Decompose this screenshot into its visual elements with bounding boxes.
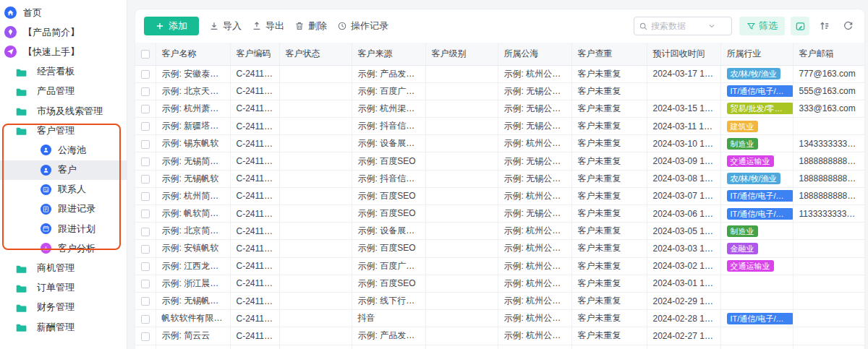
row-checkbox-cell[interactable] — [135, 310, 156, 327]
column-header-recycle[interactable]: 预计回收时间 — [647, 43, 720, 65]
table-row[interactable]: 示例: 北京天诚软件...C-241126-1...示例: 百度广告-SEM示例… — [135, 82, 865, 100]
delete-button[interactable]: 删除 — [294, 17, 327, 35]
table-row[interactable]: 示例: 杭州简道云C-241126-1...示例: 百度SEO示例: 杭州公海池… — [135, 187, 865, 204]
row-checkbox[interactable] — [141, 105, 150, 113]
column-settings-button[interactable] — [817, 18, 833, 34]
cell-dup: 客户未重复 — [571, 292, 647, 309]
sidebar-item-客户管理[interactable]: 客户管理 — [0, 121, 127, 140]
export-button[interactable]: 导出 — [252, 17, 284, 35]
column-header-pool[interactable]: 所属公海 — [498, 43, 571, 65]
table-row[interactable]: 示例: 江西龙翔科技...C-241126-1...示例: 百度广告-SEM示例… — [135, 257, 865, 275]
row-checkbox[interactable] — [141, 210, 150, 218]
sidebar-item-经营看板[interactable]: 经营看板 — [0, 62, 127, 82]
column-header-source[interactable]: 客户来源 — [352, 43, 425, 65]
table-row[interactable]: 帆软软件有限公司C-241126-1...抖音示例: 杭州公海池客户未重复202… — [135, 310, 865, 327]
search-input[interactable] — [651, 21, 705, 31]
row-checkbox-cell[interactable] — [135, 205, 156, 223]
table-row[interactable]: 示例: 新疆塔克水果...C-241126-1...示例: 抖音信息流示例: 无… — [135, 118, 865, 135]
row-checkbox[interactable] — [141, 122, 150, 131]
row-checkbox[interactable] — [141, 87, 150, 96]
table-row[interactable]: 示例: 无锡简道云C-241126-1...示例: 百度SEO示例: 无锡公海池… — [135, 152, 865, 170]
sidebar-item-首页[interactable]: 首页 — [0, 3, 127, 22]
toolbar: 添加 导入 导出 删除 操作记录 — [135, 9, 864, 43]
report-button[interactable] — [791, 17, 809, 35]
row-checkbox[interactable] — [141, 175, 150, 184]
select-all-checkbox-cell[interactable] — [135, 43, 156, 65]
row-checkbox[interactable] — [141, 158, 150, 166]
row-checkbox[interactable] — [141, 332, 150, 341]
row-checkbox-cell[interactable] — [135, 345, 156, 349]
table-row[interactable]: 示例: 安徽泰乐集团C-241126-1...示例: 产品发布会直...示例: … — [135, 65, 865, 82]
row-checkbox[interactable] — [141, 315, 150, 324]
refresh-button[interactable] — [840, 18, 856, 34]
sidebar-item-【快速上手】[interactable]: 【快速上手】 — [0, 42, 127, 61]
table-row[interactable]: 示例: 安镇帆软C-241126-1...示例: 百度SEO示例: 杭州公海池客… — [135, 240, 865, 257]
cell-recycle: 2024-03-06 16:36:56 — [647, 205, 720, 223]
row-checkbox-cell[interactable] — [135, 170, 156, 187]
column-header-code[interactable]: 客户编码 — [230, 43, 279, 65]
row-checkbox[interactable] — [141, 262, 150, 271]
sidebar-item-商机管理[interactable]: 商机管理 — [0, 258, 127, 277]
sidebar-item-跟进记录[interactable]: 跟进记录 — [0, 199, 127, 219]
row-checkbox-cell[interactable] — [135, 82, 156, 100]
table-row[interactable]: 示例: 浙江晨光文具...C-241126-1...示例: 百度SEO示例: 杭… — [135, 275, 865, 292]
row-checkbox[interactable] — [141, 245, 150, 254]
table-row-partial[interactable] — [135, 345, 865, 349]
row-checkbox-cell[interactable] — [135, 257, 156, 275]
column-header-email[interactable]: 客户邮箱 — [793, 43, 865, 65]
table-row[interactable]: 示例: 简云云C-241126-1...示例: 产品发布会直...示例: 杭州公… — [135, 327, 865, 345]
row-checkbox[interactable] — [141, 228, 150, 236]
row-checkbox-cell[interactable] — [135, 327, 156, 345]
sidebar-nav: 首页【产品简介】【快速上手】经营看板产品管理市场及线索管理客户管理公海池客户联系… — [0, 0, 127, 349]
row-checkbox-cell[interactable] — [135, 152, 156, 170]
column-header-status[interactable]: 客户状态 — [279, 43, 352, 65]
user-icon — [41, 145, 51, 155]
row-checkbox[interactable] — [141, 192, 150, 201]
row-checkbox-cell[interactable] — [135, 65, 156, 82]
chevron-down-icon[interactable] — [707, 22, 716, 30]
sidebar-item-跟进计划[interactable]: 跟进计划 — [0, 219, 127, 238]
select-all-checkbox[interactable] — [141, 50, 150, 59]
row-checkbox-cell[interactable] — [135, 118, 156, 135]
sidebar-item-薪酬管理[interactable]: 薪酬管理 — [0, 317, 127, 337]
import-button[interactable]: 导入 — [209, 17, 242, 35]
sidebar-item-产品管理[interactable]: 产品管理 — [0, 82, 127, 101]
row-checkbox[interactable] — [141, 280, 150, 288]
column-header-industry[interactable]: 所属行业 — [720, 43, 793, 65]
column-header-name[interactable]: 客户名称 — [156, 43, 230, 65]
table-row[interactable]: 示例: 杭州萧山国际...C-241126-1...示例: 杭州渠道商合...示… — [135, 100, 865, 117]
sidebar-item-市场及线索管理[interactable]: 市场及线索管理 — [0, 101, 127, 121]
table-row[interactable]: 示例: 帆软简道云C-241126-1...示例: 百度SEO示例: 无锡公海池… — [135, 205, 865, 223]
search-box[interactable] — [634, 17, 732, 35]
row-checkbox-cell[interactable] — [135, 187, 156, 204]
table-row[interactable]: 示例: 锡东帆软C-241126-1...示例: 设备展览促销...示例: 杭州… — [135, 135, 865, 152]
row-checkbox-cell[interactable] — [135, 240, 156, 257]
add-button[interactable]: 添加 — [144, 17, 199, 35]
sidebar-item-联系人[interactable]: 联系人 — [0, 180, 127, 199]
row-checkbox[interactable] — [141, 70, 150, 79]
sidebar-item-【产品简介】[interactable]: 【产品简介】 — [0, 22, 127, 42]
filter-button[interactable]: 筛选 — [739, 17, 785, 35]
cell-code: C-241126-1... — [230, 275, 279, 292]
operation-log-button[interactable]: 操作记录 — [337, 17, 388, 35]
sidebar-item-财务管理[interactable]: 财务管理 — [0, 298, 127, 317]
row-checkbox[interactable] — [141, 140, 150, 149]
cell-status — [279, 65, 352, 82]
sidebar-item-客户分析[interactable]: 客户分析 — [0, 238, 127, 258]
row-checkbox-cell[interactable] — [135, 292, 156, 309]
sidebar-item-公海池[interactable]: 公海池 — [0, 140, 127, 160]
row-checkbox[interactable] — [141, 297, 150, 306]
row-checkbox-cell[interactable] — [135, 223, 156, 240]
column-header-level[interactable]: 客户级别 — [425, 43, 498, 65]
row-checkbox-cell[interactable] — [135, 100, 156, 117]
table-row[interactable]: 示例: 无锡帆软软件C-241126-1...示例: 线下行业沙龙示例: 杭州公… — [135, 292, 865, 309]
table-row[interactable]: 示例: 北京简道云小...C-241126-1...示例: 设备展览促销...示… — [135, 223, 865, 240]
user-icon — [41, 165, 51, 176]
table-row[interactable]: 示例: 无锡帆软C-241126-1...示例: 抖音信息流示例: 无锡公海池客… — [135, 170, 865, 187]
row-checkbox-cell[interactable] — [135, 135, 156, 152]
column-header-dup[interactable]: 客户查重 — [571, 43, 647, 65]
row-checkbox-cell[interactable] — [135, 275, 156, 292]
sidebar-item-label: 公海池 — [58, 144, 86, 157]
sidebar-item-订单管理[interactable]: 订单管理 — [0, 278, 127, 298]
sidebar-item-客户[interactable]: 客户 — [0, 160, 127, 180]
